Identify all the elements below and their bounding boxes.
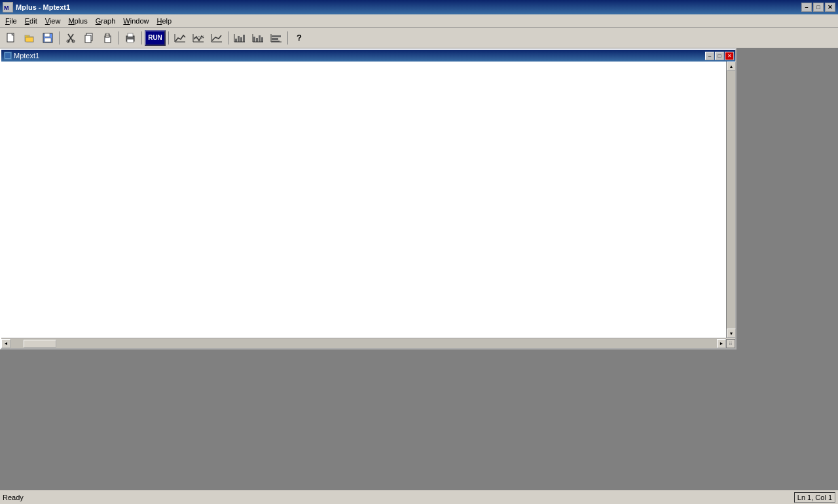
scroll-track-v[interactable] xyxy=(727,71,735,329)
svg-text:M: M xyxy=(4,5,9,11)
scroll-up-button[interactable]: ▲ xyxy=(727,62,736,71)
help-toolbar-button[interactable]: ? xyxy=(291,30,308,46)
inner-title-bar: Mptext1 – □ ✕ xyxy=(1,50,735,62)
scroll-thumb-h[interactable] xyxy=(24,340,56,348)
status-text: Ready xyxy=(3,494,24,501)
separator-5 xyxy=(228,31,228,45)
scroll-track-h[interactable] xyxy=(10,339,717,348)
menu-item-graph[interactable]: Graph xyxy=(92,16,120,26)
title-bar-left: M Mplus - Mptext1 xyxy=(3,2,70,12)
svg-rect-29 xyxy=(235,39,237,42)
menu-item-view[interactable]: View xyxy=(41,16,65,26)
title-bar: M Mplus - Mptext1 – □ ✕ xyxy=(0,0,838,14)
svg-rect-9 xyxy=(45,38,51,42)
menu-item-mplus[interactable]: Mplus xyxy=(64,16,91,26)
menu-item-edit[interactable]: Edit xyxy=(21,16,41,26)
graph-line-button-1[interactable] xyxy=(172,30,189,46)
separator-2 xyxy=(118,31,119,45)
graph-line-button-2[interactable] xyxy=(190,30,207,46)
app-icon: M xyxy=(3,2,13,12)
toolbar: RUN xyxy=(0,27,838,48)
print-button[interactable] xyxy=(122,30,139,46)
svg-rect-36 xyxy=(256,38,258,42)
svg-rect-8 xyxy=(45,33,50,37)
bar-chart-button-1[interactable] xyxy=(231,30,248,46)
separator-6 xyxy=(287,31,288,45)
scroll-right-button[interactable]: ► xyxy=(717,339,726,348)
svg-rect-38 xyxy=(261,37,263,42)
inner-title-controls: – □ ✕ xyxy=(705,52,734,60)
vertical-scrollbar[interactable]: ▲ ▼ xyxy=(726,62,735,338)
run-button[interactable]: RUN xyxy=(145,30,166,46)
scroll-left-button[interactable]: ◄ xyxy=(1,339,10,348)
svg-rect-41 xyxy=(272,35,281,37)
status-bar: Ready Ln 1, Col 1 xyxy=(0,490,838,504)
minimize-button[interactable]: – xyxy=(801,3,812,12)
svg-rect-32 xyxy=(243,35,245,42)
svg-rect-35 xyxy=(253,37,255,42)
separator-3 xyxy=(141,31,142,45)
inner-window-icon xyxy=(4,52,12,60)
inner-maximize-button[interactable]: □ xyxy=(715,52,724,60)
svg-rect-6 xyxy=(26,37,33,42)
menu-item-file[interactable]: File xyxy=(1,16,21,26)
cut-button[interactable] xyxy=(62,30,79,46)
copy-button[interactable] xyxy=(81,30,98,46)
inner-close-button[interactable]: ✕ xyxy=(725,52,734,60)
inner-title-left: Mptext1 xyxy=(4,52,39,60)
open-button[interactable] xyxy=(21,30,38,46)
title-bar-controls: – □ ✕ xyxy=(801,3,835,12)
separator-4 xyxy=(168,31,169,45)
menu-item-help[interactable]: Help xyxy=(153,16,175,26)
size-grip[interactable]: ⠿ xyxy=(726,339,735,348)
graph-line-button-3[interactable] xyxy=(208,30,225,46)
menu-bar: File Edit View Mplus Graph Window Help xyxy=(0,14,838,27)
svg-rect-21 xyxy=(127,39,134,43)
svg-rect-18 xyxy=(106,33,109,35)
app-title: Mplus - Mptext1 xyxy=(16,3,70,11)
inner-window-title: Mptext1 xyxy=(14,52,39,60)
svg-rect-20 xyxy=(128,33,133,37)
svg-rect-30 xyxy=(238,36,240,42)
save-button[interactable] xyxy=(39,30,56,46)
svg-rect-15 xyxy=(85,35,91,43)
inner-minimize-button[interactable]: – xyxy=(705,52,714,60)
svg-rect-42 xyxy=(272,38,278,40)
editor-textarea[interactable] xyxy=(1,62,726,338)
horizontal-scrollbar[interactable]: ◄ ► xyxy=(1,338,726,348)
svg-rect-47 xyxy=(5,53,10,58)
inner-window: Mptext1 – □ ✕ ▲ ▼ ◄ ► ⠿ xyxy=(0,48,737,350)
close-button[interactable]: ✕ xyxy=(825,3,835,12)
cursor-position: Ln 1, Col 1 xyxy=(794,492,835,503)
scroll-down-button[interactable]: ▼ xyxy=(727,329,736,338)
maximize-button[interactable]: □ xyxy=(813,3,824,12)
paste-button[interactable] xyxy=(99,30,116,46)
menu-item-window[interactable]: Window xyxy=(119,16,153,26)
mdi-container: Mptext1 – □ ✕ ▲ ▼ ◄ ► ⠿ xyxy=(0,48,838,490)
bar-chart-button-2[interactable] xyxy=(249,30,266,46)
bar-chart-button-3[interactable] xyxy=(268,30,285,46)
svg-rect-37 xyxy=(259,35,261,42)
separator-1 xyxy=(59,31,60,45)
new-button[interactable] xyxy=(3,30,20,46)
svg-rect-31 xyxy=(240,37,242,42)
editor-area xyxy=(1,62,726,338)
